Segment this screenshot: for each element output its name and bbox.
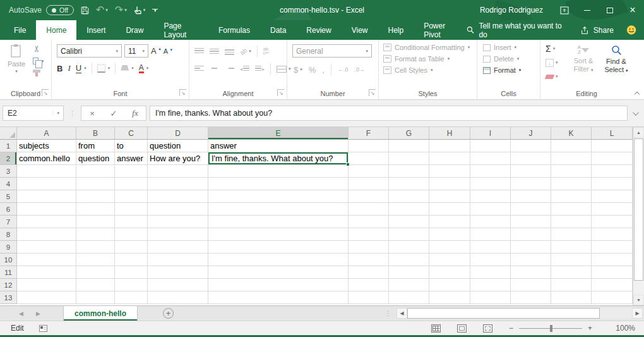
alignment-dialog-launcher[interactable]: ↘ bbox=[277, 89, 284, 96]
cell-B2[interactable]: question bbox=[76, 152, 115, 165]
autosave-control[interactable]: AutoSave Off bbox=[9, 5, 74, 15]
cell-L5[interactable] bbox=[592, 190, 633, 203]
shrink-font-button[interactable]: A▾ bbox=[164, 47, 172, 55]
fill-color-button[interactable]: ▾ bbox=[121, 65, 134, 72]
cell-J12[interactable] bbox=[511, 279, 551, 291]
cell-F10[interactable] bbox=[349, 254, 389, 266]
cell-D5[interactable] bbox=[148, 190, 208, 203]
view-page-break-icon[interactable] bbox=[483, 324, 492, 333]
format-as-table-button[interactable]: Format as Table▾ bbox=[383, 55, 470, 63]
column-header-I[interactable]: I bbox=[470, 127, 511, 140]
cell-K1[interactable] bbox=[551, 140, 592, 152]
cell-C4[interactable] bbox=[115, 178, 148, 190]
autosum-button[interactable]: Σ▾ bbox=[546, 44, 558, 54]
cell-D4[interactable] bbox=[148, 178, 208, 190]
cell-K4[interactable] bbox=[551, 178, 592, 190]
cell-G13[interactable] bbox=[389, 291, 429, 304]
view-page-layout-icon[interactable] bbox=[457, 324, 467, 333]
cell-H9[interactable] bbox=[429, 241, 470, 254]
conditional-formatting-button[interactable]: Conditional Formatting▾ bbox=[383, 44, 470, 51]
cell-L2[interactable] bbox=[592, 152, 633, 165]
scroll-left-button[interactable]: ◀ bbox=[397, 308, 407, 319]
cell-J10[interactable] bbox=[511, 254, 551, 266]
cell-B7[interactable] bbox=[76, 216, 115, 228]
cell-E9[interactable] bbox=[208, 241, 349, 254]
cell-B13[interactable] bbox=[76, 291, 115, 304]
save-button[interactable] bbox=[81, 6, 89, 15]
cell-D1[interactable]: question bbox=[148, 140, 208, 152]
cell-I12[interactable] bbox=[470, 279, 511, 291]
cell-A8[interactable] bbox=[17, 228, 76, 241]
row-header-11[interactable]: 11 bbox=[0, 266, 17, 279]
row-header-9[interactable]: 9 bbox=[0, 241, 17, 254]
row-header-3[interactable]: 3 bbox=[0, 165, 17, 178]
cell-F11[interactable] bbox=[349, 266, 389, 279]
cell-E11[interactable] bbox=[208, 266, 349, 279]
bold-button[interactable]: B bbox=[57, 64, 63, 73]
tab-scrollbar-splitter[interactable]: ⋮ bbox=[385, 310, 397, 317]
paste-dropdown[interactable]: ▾ bbox=[15, 69, 18, 74]
zoom-slider-handle[interactable] bbox=[550, 325, 552, 332]
cell-K7[interactable] bbox=[551, 216, 592, 228]
cell-F2[interactable] bbox=[349, 152, 389, 165]
add-sheet-button[interactable]: + bbox=[163, 308, 174, 319]
cell-C10[interactable] bbox=[115, 254, 148, 266]
cell-E5[interactable] bbox=[208, 190, 349, 203]
cell-L4[interactable] bbox=[592, 178, 633, 190]
align-bottom-button[interactable] bbox=[225, 48, 234, 55]
cell-H5[interactable] bbox=[429, 190, 470, 203]
cell-C1[interactable]: to bbox=[115, 140, 148, 152]
cell-B3[interactable] bbox=[76, 165, 115, 178]
tab-page-layout[interactable]: Page Layout bbox=[153, 20, 208, 40]
cell-styles-button[interactable]: Cell Styles▾ bbox=[383, 66, 470, 74]
select-all-corner[interactable] bbox=[0, 127, 17, 140]
cell-A1[interactable]: subjects bbox=[17, 140, 76, 152]
cell-D10[interactable] bbox=[148, 254, 208, 266]
cell-F5[interactable] bbox=[349, 190, 389, 203]
formula-input[interactable]: I'm fine, thanks. What about you? bbox=[150, 106, 628, 121]
cell-D9[interactable] bbox=[148, 241, 208, 254]
cell-K12[interactable] bbox=[551, 279, 592, 291]
column-header-B[interactable]: B bbox=[76, 127, 115, 140]
sheet-tab-common-hello[interactable]: common-hello bbox=[63, 306, 138, 321]
orientation-button[interactable]: ab▾ bbox=[240, 48, 251, 55]
cell-A6[interactable] bbox=[17, 203, 76, 216]
find-select-button[interactable]: Find &Select ▾ bbox=[600, 45, 633, 75]
cell-B11[interactable] bbox=[76, 266, 115, 279]
cell-B5[interactable] bbox=[76, 190, 115, 203]
column-header-E[interactable]: E bbox=[208, 127, 349, 140]
cell-C13[interactable] bbox=[115, 291, 148, 304]
maximize-button[interactable] bbox=[599, 0, 621, 20]
cell-L7[interactable] bbox=[592, 216, 633, 228]
row-header-5[interactable]: 5 bbox=[0, 190, 17, 203]
expand-formula-bar-button[interactable] bbox=[628, 111, 641, 116]
vertical-scroll-thumb[interactable] bbox=[634, 138, 643, 281]
cell-E4[interactable] bbox=[208, 178, 349, 190]
cell-G1[interactable] bbox=[389, 140, 429, 152]
comma-style-button[interactable]: , bbox=[322, 65, 325, 75]
cell-I8[interactable] bbox=[470, 228, 511, 241]
tab-help[interactable]: Help bbox=[378, 20, 414, 40]
sheet-nav-left[interactable]: ◀ bbox=[19, 310, 23, 317]
cell-K5[interactable] bbox=[551, 190, 592, 203]
close-button[interactable]: × bbox=[621, 0, 644, 20]
cell-C5[interactable] bbox=[115, 190, 148, 203]
cell-D11[interactable] bbox=[148, 266, 208, 279]
cell-G11[interactable] bbox=[389, 266, 429, 279]
cell-D3[interactable] bbox=[148, 165, 208, 178]
row-header-2[interactable]: 2 bbox=[0, 152, 17, 165]
cell-I5[interactable] bbox=[470, 190, 511, 203]
cell-L8[interactable] bbox=[592, 228, 633, 241]
cell-F1[interactable] bbox=[349, 140, 389, 152]
tab-file[interactable]: File bbox=[4, 20, 36, 40]
qat-customize-button[interactable]: ▾ bbox=[152, 9, 158, 12]
cell-D6[interactable] bbox=[148, 203, 208, 216]
borders-button[interactable]: ▾ bbox=[97, 64, 110, 73]
cell-J13[interactable] bbox=[511, 291, 551, 304]
align-center-button[interactable] bbox=[210, 66, 219, 73]
grow-font-button[interactable]: A▴ bbox=[151, 46, 161, 56]
formula-bar-splitter[interactable]: ⋮ bbox=[69, 109, 76, 118]
row-header-12[interactable]: 12 bbox=[0, 279, 17, 291]
column-header-H[interactable]: H bbox=[429, 127, 470, 140]
cell-G5[interactable] bbox=[389, 190, 429, 203]
